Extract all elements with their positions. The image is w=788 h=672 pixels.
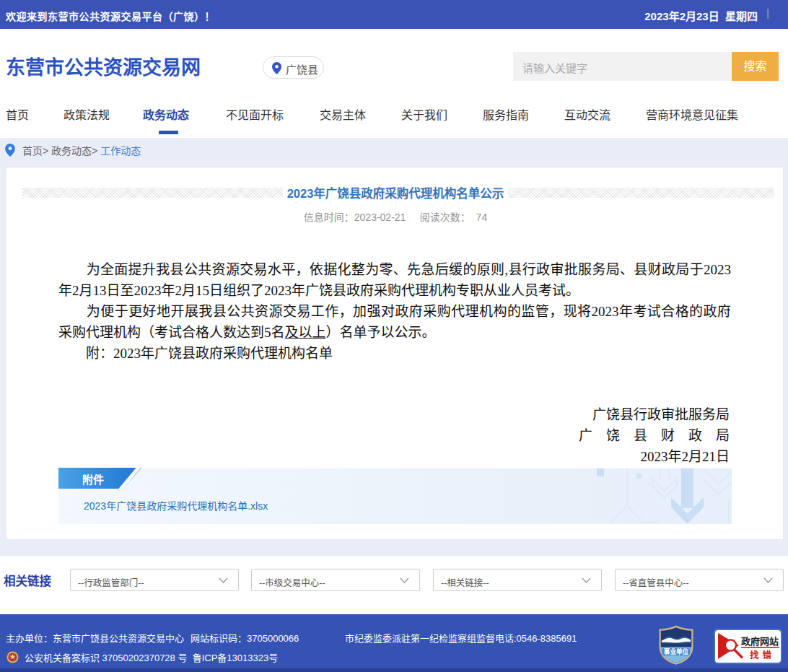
- svg-text:事业单位: 事业单位: [664, 647, 689, 655]
- svg-text:政府网站: 政府网站: [741, 636, 779, 647]
- svg-text:找错: 找错: [750, 650, 775, 660]
